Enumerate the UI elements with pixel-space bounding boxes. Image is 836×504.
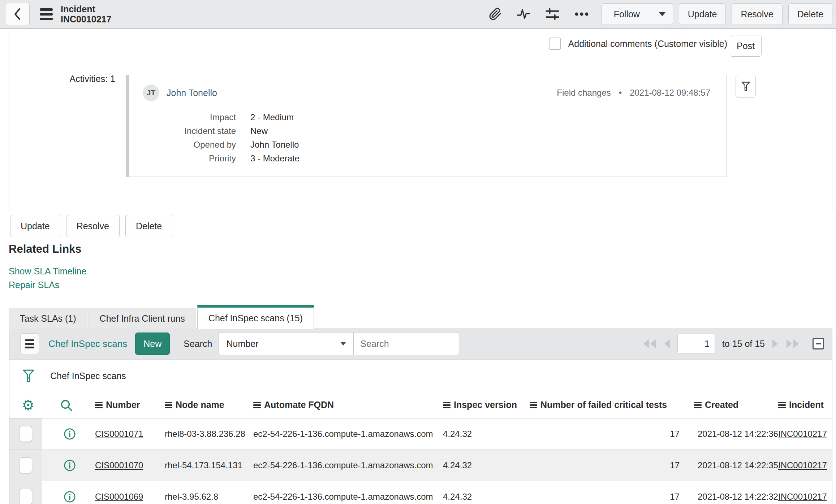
activity-stream-icon[interactable]	[516, 8, 531, 21]
filter-breadcrumb[interactable]: Chef InSpec scans	[50, 371, 126, 381]
tab-chef-infra-client-runs[interactable]: Chef Infra Client runs	[89, 308, 196, 329]
table-row: CIS0001071 rhel8-03-3.88.236.28 ec2-54-2…	[9, 418, 832, 450]
collapse-list-button[interactable]	[813, 338, 824, 349]
column-header-node-name[interactable]: Node name	[165, 392, 224, 418]
incident-header-bar: Incident INC0010217 Follow Update Resolv…	[0, 0, 836, 29]
column-menu-icon	[95, 402, 103, 408]
table-row: CIS0001070 rhel-54.173.154.131 ec2-54-22…	[9, 450, 832, 481]
column-header-failed-critical-tests[interactable]: Number of failed critical tests	[530, 392, 667, 418]
update-button[interactable]: Update	[679, 3, 726, 25]
activity-author[interactable]: John Tonello	[167, 88, 217, 98]
delete-button-bottom[interactable]: Delete	[125, 215, 172, 237]
record-preview-button[interactable]	[64, 481, 76, 504]
follow-button[interactable]: Follow	[602, 4, 652, 25]
follow-split-button: Follow	[602, 3, 673, 25]
row-select-cell	[9, 450, 42, 481]
automate-fqdn-cell: ec2-54-226-1-136.compute-1.amazonaws.com	[253, 450, 433, 481]
column-menu-icon	[694, 402, 702, 408]
info-icon	[64, 459, 76, 472]
activity-type-label: Field changes	[557, 88, 611, 98]
first-page-button[interactable]	[643, 339, 656, 349]
meta-separator: •	[619, 88, 622, 98]
personalize-sliders-icon[interactable]	[545, 7, 560, 21]
previous-page-button[interactable]	[664, 339, 670, 349]
node-name-cell: rhel-54.173.154.131	[165, 450, 242, 481]
page-title: Incident INC0010217	[61, 4, 111, 24]
table-header-row: ⚙ Number Node name Automate FQDN Inspec …	[9, 392, 832, 418]
chef-inspec-scans-list: Chef InSpec scans New Search Number to 1…	[9, 328, 832, 504]
row-checkbox[interactable]	[19, 426, 32, 442]
more-options-icon[interactable]	[574, 10, 589, 18]
scan-number-link[interactable]: CIS0001069	[95, 492, 143, 502]
incident-link[interactable]: INC0010217	[778, 429, 827, 439]
row-select-cell	[9, 481, 42, 504]
attachment-icon[interactable]	[489, 8, 502, 21]
row-checkbox[interactable]	[19, 489, 32, 504]
column-header-number[interactable]: Number	[95, 392, 140, 418]
list-pagination: to 15 of 15	[643, 334, 824, 354]
incident-link[interactable]: INC0010217	[778, 492, 827, 502]
incident-link[interactable]: INC0010217	[778, 460, 827, 470]
list-toolbar: Chef InSpec scans New Search Number to 1…	[9, 328, 832, 360]
resolve-button-bottom[interactable]: Resolve	[66, 215, 120, 237]
record-preview-button[interactable]	[64, 418, 76, 449]
last-page-button[interactable]	[786, 339, 800, 349]
field-change-row: Impact 2 - Medium	[129, 110, 726, 124]
field-label: Incident state	[129, 126, 236, 136]
page-number-input[interactable]	[677, 334, 715, 354]
field-change-row: Priority 3 - Moderate	[129, 152, 726, 165]
activity-meta: Field changes • 2021-08-12 09:48:57	[557, 88, 710, 98]
column-header-created[interactable]: Created	[694, 392, 738, 418]
post-button[interactable]: Post	[730, 35, 762, 57]
next-page-button[interactable]	[772, 339, 779, 349]
list-search-icon[interactable]	[60, 399, 73, 412]
search-input[interactable]	[354, 332, 459, 355]
context-menu-icon[interactable]	[40, 8, 53, 20]
repair-slas-link[interactable]: Repair SLAs	[9, 278, 86, 292]
field-value: New	[250, 126, 268, 136]
activity-entry-card: JT John Tonello Field changes • 2021-08-…	[126, 75, 727, 177]
filter-funnel-icon[interactable]	[22, 369, 35, 383]
info-icon	[64, 491, 76, 503]
activity-filter-button[interactable]	[736, 75, 756, 98]
follow-dropdown-button[interactable]	[652, 4, 673, 25]
resolve-button[interactable]: Resolve	[732, 3, 782, 25]
record-preview-button[interactable]	[64, 450, 76, 481]
back-button[interactable]	[5, 3, 30, 25]
pagination-range-text: to 15 of 15	[722, 339, 765, 349]
tab-chef-inspec-scans[interactable]: Chef InSpec scans (15)	[197, 305, 314, 329]
customer-visible-checkbox[interactable]	[549, 38, 561, 50]
column-header-inspec-version[interactable]: Inspec version	[443, 392, 517, 418]
avatar: JT	[143, 84, 159, 101]
inspec-version-cell: 4.24.32	[443, 418, 472, 449]
next-page-icon	[772, 339, 779, 349]
row-checkbox[interactable]	[19, 457, 32, 473]
update-button-bottom[interactable]: Update	[10, 215, 60, 237]
funnel-icon	[741, 81, 750, 91]
delete-button[interactable]: Delete	[788, 3, 832, 25]
record-number-label: INC0010217	[61, 14, 111, 24]
automate-fqdn-cell: ec2-54-226-1-136.compute-1.amazonaws.com	[253, 481, 433, 504]
column-header-incident[interactable]: Incident	[778, 392, 824, 418]
failed-critical-tests-cell: 17	[539, 418, 680, 449]
column-menu-icon	[778, 402, 786, 408]
scan-number-link[interactable]: CIS0001070	[95, 460, 143, 470]
incident-form-section: Additional comments (Customer visible) P…	[9, 30, 832, 211]
gear-icon[interactable]: ⚙	[22, 397, 35, 413]
show-sla-timeline-link[interactable]: Show SLA Timeline	[9, 264, 86, 278]
scan-number-link[interactable]: CIS0001071	[95, 429, 143, 439]
field-changes-list: Impact 2 - Medium Incident state New Ope…	[129, 110, 726, 165]
new-record-button[interactable]: New	[135, 333, 170, 355]
node-name-cell: rhel-3.95.62.8	[165, 481, 218, 504]
list-menu-button[interactable]	[20, 333, 39, 354]
additional-comments-row: Additional comments (Customer visible)	[549, 38, 727, 50]
column-header-automate-fqdn[interactable]: Automate FQDN	[253, 392, 334, 418]
last-page-icon	[786, 339, 800, 349]
field-label: Impact	[129, 112, 236, 122]
related-links: Show SLA Timeline Repair SLAs	[9, 264, 86, 292]
column-menu-icon	[443, 402, 451, 408]
search-field-select[interactable]: Number	[219, 332, 354, 355]
column-menu-icon	[253, 402, 261, 408]
list-title: Chef InSpec scans	[48, 338, 127, 349]
tab-task-slas[interactable]: Task SLAs (1)	[9, 308, 87, 329]
